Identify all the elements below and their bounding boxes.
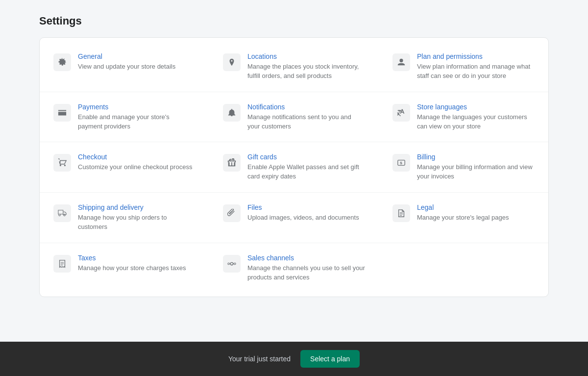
gift-icon xyxy=(223,154,241,172)
settings-item-payments[interactable]: PaymentsEnable and manage your store's p… xyxy=(40,92,209,143)
settings-item-title-general: General xyxy=(78,52,175,60)
cart-icon xyxy=(53,154,71,172)
settings-item-title-shipping-and-delivery: Shipping and delivery xyxy=(78,203,196,211)
settings-item-desc-files: Upload images, videos, and documents xyxy=(247,213,359,223)
settings-item-desc-billing: Manage your billing information and view… xyxy=(417,163,535,181)
settings-item-title-checkout: Checkout xyxy=(78,153,192,161)
settings-item-desc-payments: Enable and manage your store's payment p… xyxy=(78,113,196,131)
select-plan-button[interactable]: Select a plan xyxy=(300,350,360,368)
card-icon xyxy=(53,104,71,122)
person-icon xyxy=(392,53,410,71)
svg-point-2 xyxy=(230,262,233,265)
settings-item-title-legal: Legal xyxy=(417,203,509,211)
settings-item-desc-gift-cards: Enable Apple Wallet passes and set gift … xyxy=(247,163,365,181)
settings-item-sales-channels[interactable]: Sales channelsManage the channels you us… xyxy=(209,243,379,293)
bell-icon xyxy=(223,104,241,122)
settings-item-title-locations: Locations xyxy=(247,52,365,60)
settings-item-title-gift-cards: Gift cards xyxy=(247,153,365,161)
settings-grid: GeneralView and update your store detail… xyxy=(40,42,548,293)
settings-item-plan-and-permissions[interactable]: Plan and permissionsView plan informatio… xyxy=(379,42,548,92)
settings-item-title-plan-and-permissions: Plan and permissions xyxy=(417,52,535,60)
settings-item-title-taxes: Taxes xyxy=(78,254,186,262)
gear-icon xyxy=(53,53,71,71)
settings-item-checkout[interactable]: CheckoutCustomize your online checkout p… xyxy=(40,142,209,193)
settings-item-legal[interactable]: LegalManage your store's legal pages xyxy=(379,193,548,243)
settings-item-desc-shipping-and-delivery: Manage how you ship orders to customers xyxy=(78,213,196,232)
settings-item-desc-general: View and update your store details xyxy=(78,62,175,72)
settings-item-title-files: Files xyxy=(247,203,359,211)
channels-icon xyxy=(223,255,241,273)
settings-item-desc-legal: Manage your store's legal pages xyxy=(417,213,509,223)
footer-bar: Your trial just started Select a plan xyxy=(0,342,588,376)
dollar-icon: $ xyxy=(392,154,410,172)
trial-text: Your trial just started xyxy=(228,355,291,363)
document-icon xyxy=(392,204,410,222)
settings-item-store-languages[interactable]: Store languagesManage the languages your… xyxy=(379,92,548,143)
main-content: Settings GeneralView and update your sto… xyxy=(0,0,588,342)
settings-item-desc-locations: Manage the places you stock inventory, f… xyxy=(247,62,365,81)
svg-point-3 xyxy=(228,263,230,265)
settings-card: GeneralView and update your store detail… xyxy=(39,37,549,297)
settings-item-general[interactable]: GeneralView and update your store detail… xyxy=(40,42,209,92)
settings-item-shipping-and-delivery[interactable]: Shipping and deliveryManage how you ship… xyxy=(40,193,209,243)
settings-item-locations[interactable]: LocationsManage the places you stock inv… xyxy=(209,42,379,92)
settings-item-desc-sales-channels: Manage the channels you use to sell your… xyxy=(247,264,365,282)
truck-icon xyxy=(53,204,71,222)
settings-item-title-payments: Payments xyxy=(78,103,196,111)
settings-item-title-notifications: Notifications xyxy=(247,103,365,111)
settings-item-desc-notifications: Manage notifications sent to you and you… xyxy=(247,113,365,131)
settings-item-taxes[interactable]: TaxesManage how your store charges taxes xyxy=(40,243,209,293)
settings-item-desc-plan-and-permissions: View plan information and manage what st… xyxy=(417,62,535,81)
page-title: Settings xyxy=(39,15,549,27)
settings-item-desc-taxes: Manage how your store charges taxes xyxy=(78,264,186,273)
translate-icon xyxy=(392,104,410,122)
receipt-icon xyxy=(53,255,71,273)
pin-icon xyxy=(223,53,241,71)
svg-text:$: $ xyxy=(400,161,402,165)
settings-item-files[interactable]: FilesUpload images, videos, and document… xyxy=(209,193,379,243)
settings-item-title-sales-channels: Sales channels xyxy=(247,254,365,262)
settings-item-notifications[interactable]: NotificationsManage notifications sent t… xyxy=(209,92,379,143)
settings-item-gift-cards[interactable]: Gift cardsEnable Apple Wallet passes and… xyxy=(209,142,379,193)
settings-item-title-billing: Billing xyxy=(417,153,535,161)
settings-item-desc-checkout: Customize your online checkout process xyxy=(78,163,192,172)
paperclip-icon xyxy=(223,204,241,222)
settings-item-desc-store-languages: Manage the languages your customers can … xyxy=(417,113,535,131)
svg-point-4 xyxy=(234,263,236,265)
settings-item-billing[interactable]: $BillingManage your billing information … xyxy=(379,142,548,193)
settings-item-title-store-languages: Store languages xyxy=(417,103,535,111)
